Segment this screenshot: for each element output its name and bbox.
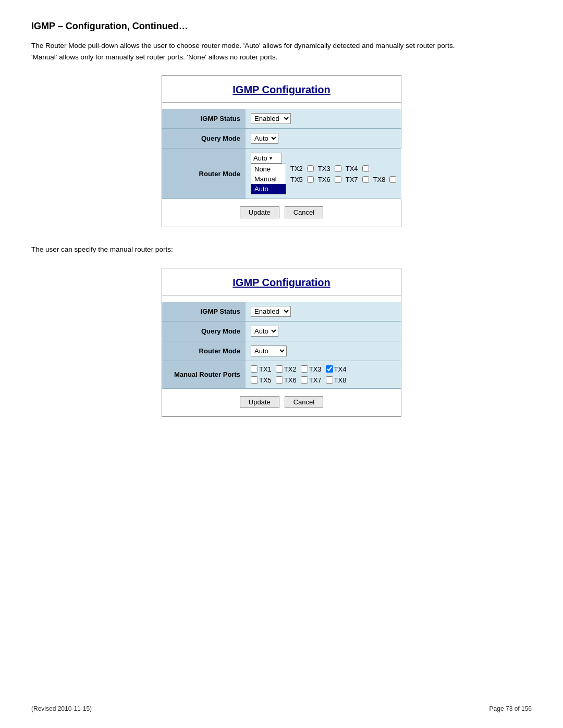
cb-tx3-label-1a: TX3 bbox=[318, 165, 331, 172]
query-mode-select-2[interactable]: Auto bbox=[251, 326, 278, 337]
router-mode-dropdown-list: None Manual Auto bbox=[251, 164, 286, 194]
cb-tx1-label-2[interactable]: TX1 bbox=[251, 365, 272, 373]
cb-tx4-2[interactable] bbox=[326, 365, 333, 373]
cb-tx7-2[interactable] bbox=[301, 376, 308, 384]
router-mode-select-2[interactable]: Auto Manual None bbox=[251, 346, 287, 356]
cb-tx8-1a[interactable] bbox=[389, 176, 396, 183]
footer-left: (Revised 2010-11-15) bbox=[31, 705, 92, 712]
cb-tx3-label-2[interactable]: TX3 bbox=[301, 365, 322, 373]
router-mode-option-none[interactable]: None bbox=[251, 164, 286, 174]
cb-tx2-label-1a: TX2 bbox=[290, 165, 303, 172]
query-mode-label-1: Query Mode bbox=[162, 129, 246, 149]
igmp-status-label-1: IGMP Status bbox=[162, 109, 246, 129]
cb-tx6-2[interactable] bbox=[276, 376, 283, 384]
cb-tx3-2[interactable] bbox=[301, 365, 308, 373]
cb-tx7-label-1a: TX7 bbox=[346, 176, 358, 183]
cb-tx5-1a[interactable] bbox=[307, 176, 314, 183]
cb-tx7-1a[interactable] bbox=[362, 176, 369, 183]
cb-tx8-label-2[interactable]: TX8 bbox=[326, 376, 347, 384]
igmp-status-value-cell-2: Enabled Disabled bbox=[246, 302, 401, 322]
description-text: The Router Mode pull-down allows the use… bbox=[31, 40, 480, 63]
cb-tx8-2[interactable] bbox=[326, 376, 333, 384]
config-title-1: IGMP Configuration bbox=[162, 76, 401, 103]
ports-row-2-2: TX5 TX6 TX7 TX8 bbox=[251, 376, 346, 384]
router-mode-value-cell-2: Auto Manual None bbox=[246, 341, 401, 361]
cb-tx2-2[interactable] bbox=[276, 365, 283, 373]
igmp-status-row-2: IGMP Status Enabled Disabled bbox=[162, 302, 401, 322]
config-title-2: IGMP Configuration bbox=[162, 268, 401, 295]
igmp-status-value-cell-1: Enabled Disabled bbox=[246, 109, 401, 129]
cb-tx8-label-1a: TX8 bbox=[373, 176, 386, 183]
sub-description-text: The user can specify the manual router p… bbox=[31, 244, 480, 255]
cb-tx4-1a[interactable] bbox=[362, 165, 369, 172]
query-mode-select-1[interactable]: Auto bbox=[251, 133, 278, 144]
manual-ports-value-cell-2: TX1 TX2 TX3 TX4 TX5 TX6 bbox=[246, 361, 401, 389]
ports-row-1-2: TX1 TX2 TX3 TX4 bbox=[251, 365, 346, 373]
footer-right: Page 73 of 156 bbox=[489, 705, 532, 712]
cancel-button-1[interactable]: Cancel bbox=[285, 206, 323, 218]
query-mode-row-2: Query Mode Auto bbox=[162, 322, 401, 341]
cb-tx1-2[interactable] bbox=[251, 365, 258, 373]
igmp-status-select-2[interactable]: Enabled Disabled bbox=[251, 306, 291, 317]
cb-tx2-label-2[interactable]: TX2 bbox=[276, 365, 297, 373]
btn-row-2: Update Cancel bbox=[162, 396, 401, 408]
cb-tx3-1a[interactable] bbox=[335, 165, 341, 172]
igmp-status-row-1: IGMP Status Enabled Disabled bbox=[162, 109, 401, 129]
query-mode-label-2: Query Mode bbox=[162, 322, 246, 341]
router-mode-label-1: Router Mode bbox=[162, 149, 246, 199]
update-button-2[interactable]: Update bbox=[240, 396, 279, 408]
btn-row-1: Update Cancel bbox=[162, 206, 401, 218]
igmp-status-label-2: IGMP Status bbox=[162, 302, 246, 322]
router-mode-option-auto[interactable]: Auto bbox=[251, 184, 286, 194]
cb-tx4-label-1a: TX4 bbox=[346, 165, 358, 172]
cb-tx5-2[interactable] bbox=[251, 376, 258, 384]
router-mode-current-value: Auto bbox=[253, 154, 267, 162]
query-mode-value-cell-1: Auto bbox=[246, 129, 401, 149]
router-mode-row-2: Router Mode Auto Manual None bbox=[162, 341, 401, 361]
cancel-button-2[interactable]: Cancel bbox=[285, 396, 323, 408]
router-mode-option-manual[interactable]: Manual bbox=[251, 174, 286, 184]
footer: (Revised 2010-11-15) Page 73 of 156 bbox=[31, 705, 532, 712]
router-mode-row-1: Router Mode Auto ▾ None Manual Auto TX2 bbox=[162, 149, 401, 199]
config-box-1: IGMP Configuration IGMP Status Enabled D… bbox=[162, 75, 401, 227]
cb-tx4-label-2[interactable]: TX4 bbox=[326, 365, 347, 373]
manual-ports-label-2: Manual Router Ports bbox=[162, 361, 246, 389]
cb-tx5-label-2[interactable]: TX5 bbox=[251, 376, 272, 384]
config-box-2: IGMP Configuration IGMP Status Enabled D… bbox=[162, 268, 401, 417]
cb-tx2-1a[interactable] bbox=[307, 165, 314, 172]
cb-tx6-label-1a: TX6 bbox=[318, 176, 331, 183]
page-title: IGMP – Configuration, Continued… bbox=[31, 21, 532, 32]
cb-tx7-label-2[interactable]: TX7 bbox=[301, 376, 322, 384]
router-mode-select-display[interactable]: Auto ▾ bbox=[251, 153, 282, 164]
query-mode-row-1: Query Mode Auto bbox=[162, 129, 401, 149]
router-mode-label-2: Router Mode bbox=[162, 341, 246, 361]
router-mode-chevron-icon: ▾ bbox=[270, 155, 272, 161]
router-mode-open-cell: Auto ▾ None Manual Auto TX2 TX3 bbox=[246, 149, 401, 199]
query-mode-value-cell-2: Auto bbox=[246, 322, 401, 341]
cb-tx6-1a[interactable] bbox=[335, 176, 341, 183]
update-button-1[interactable]: Update bbox=[240, 206, 279, 218]
igmp-status-select-1[interactable]: Enabled Disabled bbox=[251, 113, 291, 124]
manual-ports-row-2: Manual Router Ports TX1 TX2 TX3 TX4 TX bbox=[162, 361, 401, 389]
cb-tx5-label-1a: TX5 bbox=[290, 176, 303, 183]
cb-tx6-label-2[interactable]: TX6 bbox=[276, 376, 297, 384]
